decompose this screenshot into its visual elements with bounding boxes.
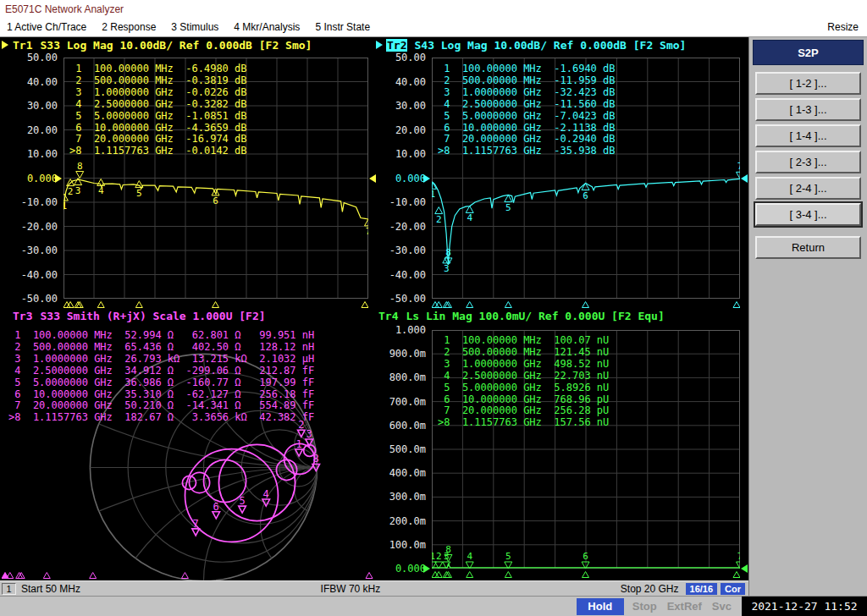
marker-table-row: 2 500.00000 MHz 121.45 nU — [438, 347, 609, 359]
tr2-header-text: S43 Log Mag 10.00dB/ Ref 0.000dB [F2 Smo… — [414, 39, 686, 52]
tr4-header[interactable]: Tr4Ls Lin Mag 100.0mU/ Ref 0.000U [F2 Eq… — [378, 310, 665, 322]
marker-number: 8 — [445, 544, 451, 555]
marker-number: 8 — [313, 453, 319, 465]
marker-table-row: 4 2.5000000 GHz -11.560 dB — [438, 99, 616, 111]
stimulus-marker — [467, 302, 473, 308]
y-axis-label: -50.00 — [20, 293, 58, 305]
tr3-name: Tr3 — [12, 310, 33, 322]
y-axis-label: -40.00 — [389, 269, 426, 281]
stimulus-marker — [467, 572, 473, 578]
marker-table-row: 1 100.00000 MHz 52.994 Ω 62.801 Ω 99.951… — [8, 330, 314, 342]
tr3-marker-table: 1 100.00000 MHz 52.994 Ω 62.801 Ω 99.951… — [8, 330, 314, 424]
stop-indicator: Stop — [632, 600, 657, 613]
marker-table-row: >8 1.1157763 GHz 182.67 Ω 3.3656 kΩ 42.3… — [8, 412, 314, 424]
marker-number: 8 — [445, 247, 451, 258]
marker-table-row: 5 5.0000000 GHz 36.986 Ω -160.77 Ω 197.9… — [8, 377, 314, 389]
tr2-name: Tr2 — [386, 39, 407, 52]
datetime-display: 2021-12-27 11:52 — [742, 597, 867, 616]
softkey-3-4[interactable]: [ 3-4 ]... — [755, 203, 861, 226]
marker-table-row: 5 5.0000000 GHz -7.0423 dB — [438, 111, 616, 123]
tr2-active-arrow — [376, 41, 383, 49]
marker-number: 1 — [432, 189, 435, 200]
y-axis-label: 10.00 — [20, 148, 58, 160]
stimulus-marker — [583, 302, 589, 308]
screen: Tr1S33 Log Mag 10.00dB/ Ref 0.000dB [F2 … — [0, 37, 748, 596]
tr4-marker-table: 1 100.00000 MHz 100.07 nU 2 500.00000 MH… — [438, 335, 609, 429]
trigger-hold-indicator: Hold — [577, 598, 624, 615]
menu-response[interactable]: 2 Response — [102, 19, 156, 36]
tr4-header-text: Ls Lin Mag 100.0mU/ Ref 0.000U [F2 Equ] — [406, 310, 664, 322]
stimulus-marker — [213, 302, 219, 308]
stimulus-marker — [43, 573, 50, 579]
softkey-1-2[interactable]: [ 1-2 ]... — [755, 72, 861, 95]
marker-number: 3 — [75, 185, 81, 196]
ref-level-arrow-right — [741, 564, 748, 573]
marker-table-row: 5 5.0000000 GHz 5.8926 nU — [438, 382, 609, 394]
ref-level-arrow-left — [55, 174, 62, 183]
tr2-header[interactable]: Tr2S43 Log Mag 10.00dB/ Ref 0.000dB [F2 … — [386, 39, 686, 52]
tr4-name: Tr4 — [378, 310, 399, 322]
start-frequency: Start 50 MHz — [21, 583, 80, 595]
marker-number: 2 — [436, 214, 442, 225]
marker-table-row: >8 1.1157763 GHz -35.938 dB — [438, 146, 616, 157]
stimulus-marker — [362, 302, 368, 308]
stimulus-marker — [505, 572, 511, 578]
extref-indicator: ExtRef — [667, 600, 702, 613]
instrument-status-bar: Hold Stop ExtRef Svc 2021-12-27 11:52 — [0, 596, 867, 616]
y-axis-label: 900.0m — [389, 348, 426, 360]
tr3-axis-strip — [2, 571, 374, 580]
y-axis-label: 200.0m — [389, 515, 426, 527]
y-axis-label: -10.00 — [20, 196, 58, 208]
marker-table-row: 2 500.00000 MHz 65.436 Ω 402.50 Ω 128.12… — [8, 342, 314, 354]
y-axis-label: 50.00 — [389, 52, 426, 63]
y-axis-label: -50.00 — [389, 293, 426, 305]
stimulus-marker — [366, 573, 373, 579]
tr4-axis-strip — [432, 570, 740, 579]
stimulus-marker — [583, 572, 589, 578]
y-axis-label: 500.0m — [389, 443, 426, 455]
tr1-marker-table: 1 100.00000 MHz -6.4980 dB 2 500.00000 M… — [69, 63, 247, 157]
marker-table-row: 6 10.000000 GHz 35.310 Ω -62.127 Ω 256.1… — [8, 389, 314, 401]
tr1-header-text: S33 Log Mag 10.00dB/ Ref 0.000dB [F2 Smo… — [40, 39, 312, 52]
menu-instr-state[interactable]: 5 Instr State — [315, 19, 370, 36]
marker-symbol — [75, 179, 82, 185]
menu-active-ch-trace[interactable]: 1 Active Ch/Trace — [7, 19, 86, 36]
ifbw-value: IFBW 70 kHz — [321, 583, 381, 595]
marker-table-row: 1 100.00000 MHz 100.07 nU — [438, 335, 609, 347]
menu-mkr-analysis[interactable]: 4 Mkr/Analysis — [234, 19, 300, 36]
correction-badge: Cor — [721, 583, 745, 595]
stop-frequency: Stop 20 GHz — [621, 583, 679, 595]
tr3-header[interactable]: Tr3S33 Smith (R+jX) Scale 1.000U [F2] — [12, 310, 266, 322]
marker-table-row: 7 20.000000 GHz 50.210 Ω -14.341 Ω 554.8… — [8, 400, 314, 412]
y-axis-label: -10.00 — [389, 196, 426, 208]
stimulus-marker — [181, 573, 188, 579]
y-axis-label: -30.00 — [389, 245, 426, 256]
softkey-return[interactable]: Return — [755, 236, 861, 259]
y-axis-label: 400.0m — [389, 467, 426, 479]
menu-stimulus[interactable]: 3 Stimulus — [171, 19, 218, 36]
tr2-marker-table: 1 100.00000 MHz -1.6940 dB 2 500.00000 M… — [438, 63, 616, 157]
softkey-2-4[interactable]: [ 2-4 ]... — [755, 177, 861, 200]
marker-number: 7 — [737, 551, 740, 562]
tr3-header-text: S33 Smith (R+jX) Scale 1.000U [F2] — [40, 310, 265, 322]
marker-number: 4 — [263, 488, 269, 500]
marker-table-row: 4 2.5000000 GHz 22.703 nU — [438, 371, 609, 382]
marker-table-row: >8 1.1157763 GHz 157.56 nU — [438, 417, 609, 429]
menu-resize[interactable]: Resize — [827, 19, 859, 36]
marker-number: 6 — [583, 190, 588, 201]
marker-number: 2 — [68, 186, 74, 197]
tr1-header[interactable]: Tr1S33 Log Mag 10.00dB/ Ref 0.000dB [F2 … — [12, 39, 312, 52]
y-axis-label: 800.0m — [389, 371, 426, 383]
y-axis-label: -20.00 — [20, 221, 58, 233]
tr1-name: Tr1 — [12, 39, 33, 52]
softkey-1-3[interactable]: [ 1-3 ]... — [755, 98, 861, 121]
softkey-1-4[interactable]: [ 1-4 ]... — [755, 124, 861, 147]
marker-table-row: 3 1.0000000 GHz 26.793 kΩ 13.215 kΩ 2.10… — [8, 354, 314, 366]
y-axis-label: 300.0m — [389, 491, 426, 503]
marker-number: 6 — [213, 195, 218, 206]
ref-level-arrow-left — [423, 174, 430, 183]
y-axis-label: -20.00 — [389, 221, 426, 233]
y-axis-label: 100.0m — [389, 539, 426, 551]
marker-table-row: 7 20.000000 GHz -0.2940 dB — [438, 134, 616, 146]
softkey-2-3[interactable]: [ 2-3 ]... — [755, 151, 861, 173]
